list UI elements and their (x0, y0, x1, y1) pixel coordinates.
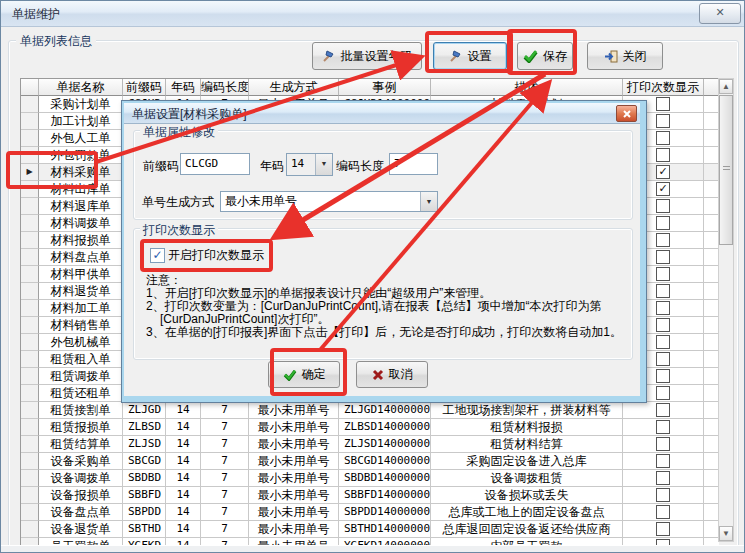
print-count-checkbox[interactable]: ✓ (656, 165, 670, 179)
window-close-button[interactable]: ✕ (699, 3, 741, 24)
prefix-cell: SBCGD (123, 453, 166, 470)
filler-cell (704, 130, 719, 147)
desc-cell: 总库退回固定设备返还给供应商 (431, 521, 623, 538)
scrollbar-thumb[interactable] (719, 95, 733, 245)
print-count-checkbox[interactable] (656, 505, 670, 519)
table-row[interactable]: 租赁报损单ZLBSD147最小未用单号ZLBSD140000001租赁材料报损 (21, 419, 719, 436)
filler-cell (704, 436, 719, 453)
length-cell: 7 (201, 521, 249, 538)
print-count-checkbox[interactable] (656, 488, 670, 502)
desc-cell: 总库或工地上的固定设备盘点 (431, 504, 623, 521)
cancel-label: 取消 (389, 366, 413, 383)
table-row[interactable]: 设备退货单SBTHD147最小未用单号SBTHD140000001总库退回固定设… (21, 521, 719, 538)
sample-cell: SBCGD140000001 (339, 453, 431, 470)
print-count-checkbox[interactable] (656, 97, 670, 111)
print-count-checkbox[interactable] (656, 369, 670, 383)
table-row[interactable]: 租赁结算单ZLJSD147最小未用单号ZLJSD140000001租赁材料结算 (21, 436, 719, 453)
filler-cell (704, 249, 719, 266)
print-count-checkbox[interactable] (656, 437, 670, 451)
table-row[interactable]: 设备盘点单SBPDD147最小未用单号SBPDD140000001总库或工地上的… (21, 504, 719, 521)
print-count-checkbox[interactable] (656, 454, 670, 468)
mode-combobox[interactable]: 最小未用单号 ▼ (220, 191, 438, 212)
save-button[interactable]: 保存 (517, 42, 573, 70)
window-titlebar: 单据维护 ✕ (0, 0, 745, 27)
print-count-checkbox[interactable] (656, 114, 670, 128)
dialog-titlebar: 单据设置[材料采购单] (124, 103, 640, 124)
print-count-checkbox[interactable] (656, 233, 670, 247)
chevron-down-icon[interactable]: ▼ (420, 192, 437, 211)
year-combobox[interactable]: 14 ▼ (286, 153, 333, 176)
dialog-title: 单据设置[材料采购单] (132, 106, 247, 123)
desc-cell: 租赁材料结算 (431, 436, 623, 453)
prefix-cell: ZLJGD (123, 402, 166, 419)
print-count-checkbox[interactable] (656, 386, 670, 400)
mode-cell: 最小未用单号 (249, 419, 339, 436)
row-selector-cell (21, 504, 39, 521)
table-row[interactable]: 设备调拨单SBDBD147最小未用单号SBDBD140000001设备调拨租赁 (21, 470, 719, 487)
print-count-checkbox[interactable] (656, 471, 670, 485)
length-input[interactable]: 7 (389, 153, 438, 175)
length-cell: 7 (201, 402, 249, 419)
column-header[interactable]: 编码长度 (201, 79, 249, 96)
print-count-checkbox[interactable] (656, 318, 670, 332)
doc-name-cell: 材料退货单 (39, 283, 123, 300)
table-row[interactable]: 设备采购单SBCGD147最小未用单号SBCGD140000001采购固定设备进… (21, 453, 719, 470)
print-count-checkbox[interactable] (656, 148, 670, 162)
property-group-label: 单据属性修改 (140, 124, 218, 141)
print-count-checkbox[interactable] (656, 284, 670, 298)
column-header[interactable]: 年码 (166, 79, 201, 96)
print-count-checkbox[interactable] (656, 301, 670, 315)
mode-label: 单号生成方式 (142, 194, 214, 211)
table-row[interactable]: 租赁接割单ZLJGD147最小未用单号ZLJGD140000001工地现场接割架… (21, 402, 719, 419)
hammer-icon (449, 50, 463, 63)
print-count-checkbox[interactable] (656, 131, 670, 145)
prefix-label: 前缀码 (143, 158, 179, 175)
filler-cell (704, 402, 719, 419)
print-count-checkbox[interactable] (656, 216, 670, 230)
print-count-checkbox[interactable]: ✓ (656, 182, 670, 196)
prefix-input[interactable]: CLCGD (180, 153, 250, 175)
print-count-checkbox[interactable] (656, 522, 670, 536)
print-count-checkbox[interactable] (656, 352, 670, 366)
sample-cell: SBTHD140000001 (339, 521, 431, 538)
close-button[interactable]: 关闭 (587, 42, 663, 70)
scroll-up-icon[interactable]: ▲ (719, 79, 733, 94)
dialog-close-button[interactable] (616, 105, 637, 122)
print-count-checkbox[interactable] (656, 420, 670, 434)
mode-cell: 最小未用单号 (249, 521, 339, 538)
mode-value: 最小未用单号 (221, 192, 420, 211)
column-header[interactable]: 前缀码 (123, 79, 166, 96)
year-cell: 14 (166, 453, 201, 470)
filler-cell (704, 504, 719, 521)
scroll-down-icon[interactable]: ▼ (719, 526, 733, 541)
print-count-cell (623, 487, 704, 504)
row-selector-cell (21, 283, 39, 300)
length-label: 编码长度 (336, 158, 384, 175)
vertical-scrollbar[interactable]: ▲ ▼ (718, 78, 734, 542)
row-selector-cell (21, 317, 39, 334)
column-header[interactable]: 生成方式 (249, 79, 339, 96)
print-count-checkbox[interactable] (656, 267, 670, 281)
doc-name-cell: 材料调拨单 (39, 215, 123, 232)
chevron-down-icon[interactable]: ▼ (315, 154, 332, 175)
mode-cell: 最小未用单号 (249, 453, 339, 470)
print-count-checkbox[interactable] (656, 250, 670, 264)
column-header[interactable]: 打印次数显示 (623, 79, 704, 96)
print-count-checkbox[interactable] (656, 403, 670, 417)
mode-cell: 最小未用单号 (249, 402, 339, 419)
column-header[interactable]: 描述 (431, 79, 623, 96)
row-selector-cell (21, 436, 39, 453)
column-header[interactable]: 单据名称 (39, 79, 123, 96)
column-header[interactable]: 事例 (339, 79, 431, 96)
table-row[interactable]: 设备报损单SBBFD147最小未用单号SBBFD140000001设备损坏或丢失 (21, 487, 719, 504)
cancel-button[interactable]: 取消 (356, 361, 428, 388)
print-count-checkbox[interactable] (656, 199, 670, 213)
row-selector-cell (21, 96, 39, 113)
print-count-display-checkbox[interactable]: ✓ (150, 248, 165, 263)
print-count-checkbox[interactable] (656, 335, 670, 349)
batch-set-year-button[interactable]: 批量设置年码 (312, 42, 422, 70)
ok-button[interactable]: 确定 (268, 361, 340, 388)
settings-button[interactable]: 设置 (433, 42, 507, 70)
filler-cell (704, 351, 719, 368)
length-cell: 7 (201, 470, 249, 487)
